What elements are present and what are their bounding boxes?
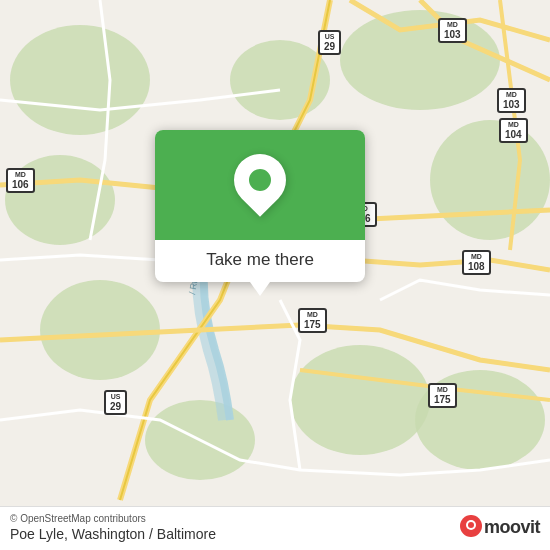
svg-point-4 bbox=[430, 120, 550, 240]
map-container: / Rte Patuxent Ri US 29 MD 103 MD 103 MD… bbox=[0, 0, 550, 550]
svg-point-12 bbox=[468, 522, 474, 528]
road-badge-us29-top: US 29 bbox=[318, 30, 341, 55]
location-title: Poe Lyle, Washington / Baltimore bbox=[10, 526, 216, 542]
road-badge-md106-left: MD 106 bbox=[6, 168, 35, 193]
take-me-there-button[interactable]: Take me there bbox=[155, 240, 365, 282]
svg-point-2 bbox=[40, 280, 160, 380]
road-badge-md175-1: MD 175 bbox=[298, 308, 327, 333]
road-badge-md104: MD 104 bbox=[499, 118, 528, 143]
road-badge-md103-2: MD 103 bbox=[497, 88, 526, 113]
bottom-bar: © OpenStreetMap contributors Poe Lyle, W… bbox=[0, 506, 550, 550]
location-pin-icon bbox=[234, 154, 286, 216]
moovit-pin-icon bbox=[460, 514, 482, 542]
road-badge-md175-2: MD 175 bbox=[428, 383, 457, 408]
svg-point-5 bbox=[290, 345, 430, 455]
moovit-logo: moovit bbox=[460, 514, 540, 542]
svg-point-0 bbox=[10, 25, 150, 135]
road-badge-md103-1: MD 103 bbox=[438, 18, 467, 43]
location-popup: Take me there bbox=[155, 130, 365, 282]
road-badge-md108: MD 108 bbox=[462, 250, 491, 275]
attribution-text: © OpenStreetMap contributors bbox=[10, 513, 216, 524]
road-badge-us29-bottom: US 29 bbox=[104, 390, 127, 415]
bottom-left-info: © OpenStreetMap contributors Poe Lyle, W… bbox=[10, 513, 216, 542]
pin-shape bbox=[223, 143, 297, 217]
moovit-text: moovit bbox=[484, 517, 540, 538]
popup-header bbox=[155, 130, 365, 240]
